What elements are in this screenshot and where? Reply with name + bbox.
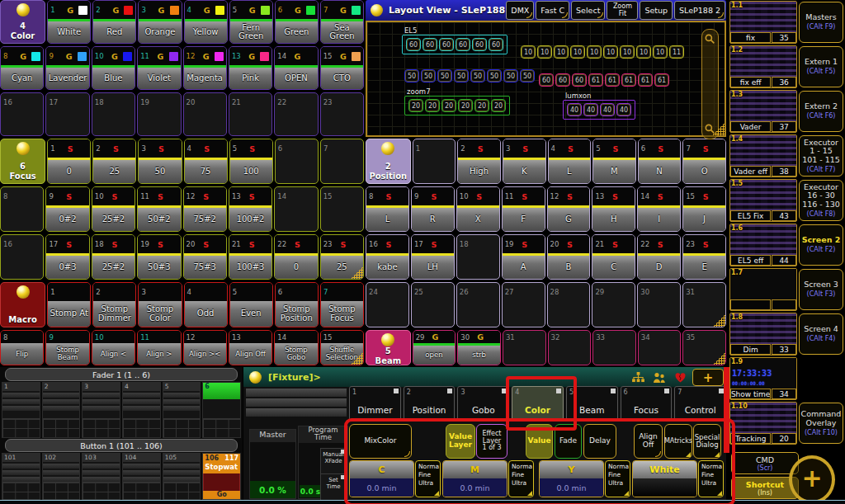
view-thumbnail-1.6[interactable]: 1.6EL5 eff44 bbox=[729, 224, 797, 266]
add-window-button[interactable]: + bbox=[692, 369, 724, 386]
color-preset-5[interactable]: 5GFern Green bbox=[229, 0, 273, 44]
color-preset-23[interactable]: 23 bbox=[320, 92, 364, 136]
position-preset-30[interactable]: 30 bbox=[637, 282, 681, 327]
layout-fixture[interactable]: 61 bbox=[638, 73, 653, 87]
layout-fixture[interactable]: 61 bbox=[654, 73, 669, 87]
view-number[interactable]: 35 bbox=[772, 32, 796, 43]
view-number[interactable]: 34 bbox=[772, 389, 796, 399]
layout-fixture[interactable]: 60 bbox=[472, 38, 487, 51]
focus-preset-1[interactable]: 1S0 bbox=[47, 139, 91, 184]
macro-preset-13[interactable]: 13Align Off bbox=[229, 330, 272, 365]
beam-preset-32[interactable]: 32 bbox=[548, 330, 592, 365]
color-preset-20[interactable]: 20 bbox=[183, 92, 227, 136]
view-button-command[interactable]: CommandOverlay(CAlt F10) bbox=[799, 403, 843, 444]
executor-widget-103[interactable]: 103 bbox=[82, 453, 120, 500]
layout-button-slep188-2[interactable]: SLeP188 2 bbox=[674, 1, 725, 20]
layout-fixture[interactable]: 50 bbox=[454, 69, 469, 82]
layout-fixture[interactable]: 20 bbox=[408, 99, 423, 112]
executor-widget-101[interactable]: 101 bbox=[2, 453, 40, 500]
view-name[interactable]: fix bbox=[730, 32, 771, 43]
layout-fixture[interactable]: 20 bbox=[441, 99, 456, 112]
layout-fixture[interactable]: 60 bbox=[439, 38, 454, 51]
position-preset-9[interactable]: 9SR bbox=[411, 186, 455, 232]
tab-position[interactable]: 2Position bbox=[404, 386, 456, 421]
value-button[interactable]: Value bbox=[526, 424, 553, 459]
layout-fixture[interactable]: 40 bbox=[583, 103, 598, 116]
layout-group-row-10[interactable]: 10101010101010101011 bbox=[521, 45, 684, 59]
focus-preset-6[interactable]: 6 bbox=[275, 139, 319, 184]
view-number[interactable]: 36 bbox=[772, 77, 796, 87]
layout-fixture[interactable]: 10 bbox=[521, 45, 536, 59]
layout-button-fast-c[interactable]: Fast C bbox=[536, 1, 569, 20]
position-preset-8[interactable]: 8SL bbox=[366, 186, 409, 232]
position-preset-7[interactable]: 7SO bbox=[682, 139, 726, 184]
value-layer-button[interactable]: ValueLayer bbox=[446, 424, 475, 459]
focus-preset-12[interactable]: 12S75#2 bbox=[183, 186, 227, 232]
layout-fixture[interactable]: 20 bbox=[458, 99, 473, 112]
fade-button[interactable]: Fade bbox=[555, 424, 582, 459]
executor-widget-1[interactable]: 1 bbox=[2, 382, 40, 438]
position-preset-15[interactable]: 15SJ bbox=[682, 186, 726, 232]
color-preset-21[interactable]: 21 bbox=[229, 92, 272, 136]
view-name[interactable]: fix eff bbox=[730, 77, 771, 87]
macro-preset-8[interactable]: 8Flip bbox=[0, 330, 44, 365]
beam-pool-header[interactable]: 5Beam bbox=[366, 330, 411, 365]
position-preset-1[interactable]: 1 bbox=[413, 139, 456, 184]
tab-control[interactable]: 7Control bbox=[674, 386, 726, 421]
layout-fixture[interactable]: 40 bbox=[567, 103, 582, 116]
layout-button-select[interactable]: Select bbox=[571, 1, 605, 20]
position-preset-5[interactable]: 5SM bbox=[592, 139, 636, 184]
position-preset-20[interactable]: 20SB bbox=[547, 234, 591, 280]
position-preset-17[interactable]: 17SLH bbox=[411, 234, 455, 280]
view-button-screen-4[interactable]: Screen 4(CAlt F4) bbox=[799, 313, 843, 355]
macro-preset-3[interactable]: 3Stomp Color bbox=[138, 282, 182, 327]
focus-preset-17[interactable]: 17S0#3 bbox=[45, 234, 89, 280]
layout-fixture[interactable]: 40 bbox=[600, 103, 615, 116]
color-preset-17[interactable]: 17 bbox=[45, 92, 89, 136]
view-thumbnail-1.10[interactable]: 1.10Tracking20 bbox=[729, 402, 797, 445]
layout-button-zoom-fit[interactable]: Zoom Fit bbox=[607, 1, 638, 20]
stopwatch-executor[interactable]: 106117StopwatGo bbox=[202, 453, 241, 500]
position-preset-11[interactable]: 11SF bbox=[502, 186, 545, 232]
macro-preset-12[interactable]: 12Align >< bbox=[183, 330, 227, 365]
view-button-screen-2[interactable]: Screen 2(CAlt F2) bbox=[799, 224, 843, 266]
delay-button[interactable]: Delay bbox=[583, 424, 616, 459]
focus-preset-14[interactable]: 14 bbox=[274, 186, 318, 232]
encoder-white[interactable]: White bbox=[632, 460, 697, 497]
cmd-button[interactable]: CMD (Scr) bbox=[731, 452, 799, 474]
view-name[interactable]: EL5 eff bbox=[730, 255, 771, 266]
color-preset-3[interactable]: 3GOrange bbox=[138, 0, 182, 44]
layout-fixture[interactable]: 50 bbox=[470, 69, 485, 82]
color-preset-13[interactable]: 13GPink bbox=[229, 46, 272, 90]
layout-button-dmx[interactable]: DMX bbox=[506, 1, 534, 20]
tab-beam[interactable]: 5Beam bbox=[566, 386, 618, 421]
layout-fixture[interactable]: 61 bbox=[588, 73, 603, 87]
layout-fixture[interactable]: 50 bbox=[520, 69, 535, 82]
layout-group-row-50[interactable]: 5050505050505050 bbox=[404, 69, 535, 82]
view-number[interactable]: 43 bbox=[772, 210, 796, 221]
color-preset-2[interactable]: 2GRed bbox=[92, 0, 136, 44]
executor-widget-3[interactable]: 3 bbox=[82, 382, 120, 438]
layout-fixture[interactable]: 50 bbox=[487, 69, 502, 82]
layout-fixture[interactable]: 50 bbox=[437, 69, 452, 82]
layout-view-titlebar[interactable]: Layout View - SLeP188 2 DMXFast CSelectZ… bbox=[366, 0, 726, 21]
layout-fixture[interactable]: 50 bbox=[404, 69, 419, 82]
executor-widget-104[interactable]: 104 bbox=[122, 453, 161, 500]
position-preset-18[interactable]: 18 bbox=[456, 234, 500, 280]
stopwatch-go-button[interactable]: Go bbox=[203, 491, 240, 499]
position-preset-14[interactable]: 14SI bbox=[637, 186, 681, 232]
view-button-executor[interactable]: Executor1 - 15101 - 115(CAlt F7) bbox=[799, 135, 843, 177]
mixcolor-button[interactable]: MixColor bbox=[349, 424, 412, 459]
focus-preset-18[interactable]: 18S25#2 bbox=[92, 234, 135, 280]
view-button-executor[interactable]: Executor16 - 30116 - 130(CAlt F8) bbox=[799, 180, 843, 221]
color-preset-18[interactable]: 18 bbox=[92, 92, 135, 136]
focus-preset-19[interactable]: 19S50#3 bbox=[137, 234, 181, 280]
executor-widget-105[interactable]: 105 bbox=[163, 453, 201, 500]
layout-fixture[interactable]: 10 bbox=[636, 45, 651, 59]
special-dialog-button[interactable]: SpecialDialog bbox=[693, 424, 721, 459]
color-preset-8[interactable]: 8GCyan bbox=[0, 46, 44, 90]
macro-preset-11[interactable]: 11Align > bbox=[137, 330, 181, 365]
focus-preset-15[interactable]: 15 bbox=[320, 186, 364, 232]
macro-preset-5[interactable]: 5Even bbox=[229, 282, 273, 327]
color-preset-4[interactable]: 4GYellow bbox=[184, 0, 228, 44]
